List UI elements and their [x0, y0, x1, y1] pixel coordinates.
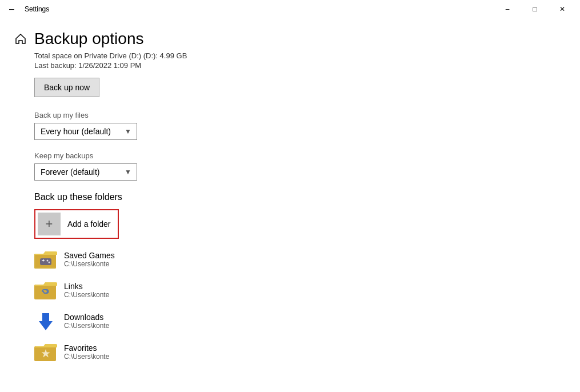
- main-content: Backup options Total space on Private Dr…: [0, 18, 580, 392]
- backup-now-button[interactable]: Back up now: [34, 78, 99, 97]
- keep-backups-select[interactable]: Forever (default) Until space is needed …: [34, 163, 137, 181]
- keep-backups-dropdown-wrapper: Forever (default) Until space is needed …: [34, 163, 566, 181]
- last-backup-text: Last backup: 1/26/2022 1:09 PM: [34, 61, 566, 70]
- home-icon: [14, 32, 27, 46]
- folder-info-links: Links C:\Users\konte: [64, 282, 109, 299]
- folder-name-saved-games: Saved Games: [64, 251, 115, 260]
- maximize-button[interactable]: □: [522, 0, 548, 18]
- page-title: Backup options: [34, 30, 143, 48]
- folders-section-title: Back up these folders: [34, 192, 566, 202]
- folder-icon-downloads: [34, 310, 57, 333]
- folder-item-links: Links C:\Users\konte: [34, 279, 566, 302]
- total-space-text: Total space on Private Drive (D:) (D:): …: [34, 51, 566, 60]
- folder-name-favorites: Favorites: [64, 343, 109, 353]
- backup-files-label: Back up my files: [34, 111, 566, 119]
- folder-name-downloads: Downloads: [64, 313, 109, 322]
- back-arrow-icon: –: [9, 4, 14, 14]
- svg-rect-7: [43, 259, 44, 262]
- folder-icon-favorites: [34, 341, 57, 363]
- add-folder-label: Add a folder: [67, 219, 115, 229]
- page-header: Backup options: [14, 30, 566, 48]
- backup-files-dropdown-wrapper: Every hour (default) Every 10 minutes Ev…: [34, 123, 566, 140]
- svg-point-5: [49, 262, 50, 263]
- folder-path-links: C:\Users\konte: [64, 291, 109, 299]
- title-bar: – Settings – □ ✕: [0, 0, 580, 18]
- folder-info-saved-games: Saved Games C:\Users\konte: [64, 251, 115, 268]
- folder-icon-links: [34, 279, 57, 302]
- add-folder-plus-icon: +: [38, 213, 61, 235]
- backup-files-select[interactable]: Every hour (default) Every 10 minutes Ev…: [34, 123, 137, 140]
- folder-icon-saved-games: [34, 248, 57, 271]
- svg-marker-10: [39, 313, 53, 330]
- folder-name-links: Links: [64, 282, 109, 291]
- folder-path-favorites: C:\Users\konte: [64, 353, 109, 361]
- window-controls: – □ ✕: [494, 0, 575, 18]
- svg-rect-9: [35, 286, 56, 298]
- add-folder-button[interactable]: + Add a folder: [34, 209, 119, 239]
- titlebar-back-button[interactable]: –: [5, 2, 19, 17]
- keep-backups-dropdown-container: Forever (default) Until space is needed …: [34, 163, 137, 181]
- keep-backups-label: Keep my backups: [34, 151, 566, 160]
- close-button[interactable]: ✕: [549, 0, 575, 18]
- folder-path-saved-games: C:\Users\konte: [64, 260, 115, 268]
- folder-item-saved-games: Saved Games C:\Users\konte: [34, 248, 566, 271]
- folder-info-favorites: Favorites C:\Users\konte: [64, 343, 109, 361]
- folder-path-downloads: C:\Users\konte: [64, 322, 109, 330]
- backup-files-dropdown-container: Every hour (default) Every 10 minutes Ev…: [34, 123, 137, 140]
- titlebar-title: Settings: [25, 5, 49, 13]
- folder-info-downloads: Downloads C:\Users\konte: [64, 313, 109, 330]
- minimize-button[interactable]: –: [494, 0, 521, 18]
- folder-item-downloads: Downloads C:\Users\konte: [34, 310, 566, 333]
- svg-point-4: [47, 260, 49, 262]
- folder-item-favorites: Favorites C:\Users\konte: [34, 341, 566, 363]
